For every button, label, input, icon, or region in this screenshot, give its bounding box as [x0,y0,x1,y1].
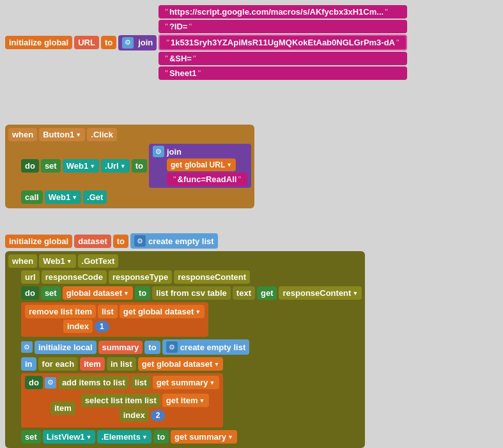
list-label: list [98,305,118,318]
gear-icon: ⚙ [122,37,134,49]
dropdown-arrow4: ▼ [226,162,232,168]
to3-label: to [113,235,128,248]
response-type-param: responseType [109,270,172,284]
do-set-row: do set Web1 ▼ .Url ▼ to ⚙ join [21,144,251,188]
response-content2-dropdown[interactable]: responseContent ▼ [279,286,362,300]
create-empty-list: ⚙ create empty list [130,233,218,249]
listview1-dropdown[interactable]: ListView1 ▼ [43,430,96,444]
item-variable[interactable]: item [80,357,105,371]
for-each-label: for each [38,357,79,371]
section2-when-button: when Button1 ▼ .Click do set Web1 ▼ [5,125,254,208]
response-content-param: responseContent [174,270,250,284]
set2-keyword: set [41,286,61,300]
when2-keyword: when [8,254,37,268]
dropdown-arrow13: ▼ [86,434,92,440]
get-label: get [257,286,277,300]
dropdown-arrow12: ▼ [199,398,205,404]
when-gottext-header: when Web1 ▼ .GotText [8,254,362,268]
remove-label: remove list item [25,305,96,318]
in-list-label: in list [107,357,136,371]
web1b-dropdown[interactable]: Web1 ▼ [45,190,81,204]
get-global-url[interactable]: get global URL ▼ [167,158,236,171]
section3-init-dataset: initialize global dataset to ⚙ create em… [5,233,218,250]
remove-list-item-block: remove list item list get global dataset… [21,302,208,337]
elements-dropdown[interactable]: .Elements ▼ [97,430,151,444]
dropdown-arrow2: ▼ [89,163,95,169]
in-keyword: in [21,357,36,371]
do-add-items-wrapper: do ⚙ add items to list list get summary … [21,373,223,428]
init-global-label2: initialize global [5,235,72,248]
web1-dropdown[interactable]: Web1 ▼ [63,159,99,173]
list2-label: list [131,376,151,389]
dataset-variable[interactable]: dataset [74,235,111,248]
dropdown-arrow11: ▼ [210,380,215,386]
to5-keyword: to [144,341,160,354]
dropdown-arrow: ▼ [75,132,81,138]
url-dropdown[interactable]: .Url ▼ [101,159,130,173]
create-empty2-block: ⚙ create empty list [162,339,250,355]
gottext-outer: when Web1 ▼ .GotText url responseCode re… [5,251,365,448]
summary-variable[interactable]: summary [98,341,143,354]
do-add-items-row: do ⚙ add items to list list get summary … [25,376,219,389]
text-label: text [233,286,255,300]
get-summary-dropdown[interactable]: get summary ▼ [153,376,219,389]
sheet-string: " Sheet1 " [159,66,406,80]
item2-label: item [50,401,75,415]
dropdown-arrow9: ▼ [195,309,201,315]
init-dataset-row: initialize global dataset to ⚙ create em… [5,233,218,249]
call-keyword: call [21,190,43,204]
do3-keyword: do [25,376,43,389]
init-local-label: initialize local [35,341,97,354]
index2-label: index [120,408,149,422]
index-row: index 1 [63,320,205,333]
do2-keyword: do [21,286,39,300]
section1-initialize-global: initialize global URL to ⚙ join " https:… [5,5,407,81]
button1-dropdown[interactable]: Button1 ▼ [39,128,85,141]
dropdown-arrow8: ▼ [352,290,358,297]
dropdown-arrow15: ▼ [228,434,233,440]
set3-keyword: set [21,430,41,444]
index-label: index [63,320,93,333]
dropdown-arrow7: ▼ [123,290,129,297]
create-empty2-label: create empty list [180,343,246,352]
join-label: join [138,38,153,47]
gottext-label: .GotText [78,254,119,268]
web1-gottext-dropdown[interactable]: Web1 ▼ [39,254,75,268]
select-list-item-label: select list item list [81,394,160,407]
id-string: " ?ID= " [159,20,406,33]
get-global-dataset3[interactable]: get global dataset ▼ [138,357,223,371]
create-empty-list-label: create empty list [148,236,214,246]
url-string: " https://script.google.com/macros/s/AKf… [159,5,406,19]
select-list-item-block: select list item list get item ▼ index [77,392,213,424]
sh-string: " &SH= " [159,52,406,65]
get-global-dataset2[interactable]: get global dataset ▼ [120,305,205,318]
add-items-to-list-label: add items to list [58,376,129,389]
list-from-csv-block: list from csv table [152,286,231,300]
to-label: to [101,36,116,49]
to4-keyword: to [135,286,150,300]
do-keyword: do [21,159,39,173]
gear-icon3: ⚙ [134,235,146,247]
when-keyword: when [8,128,37,141]
when-button-header: when Button1 ▼ .Click [8,128,251,141]
init-local-row: ⚙ initialize local summary to ⚙ create e… [21,339,362,355]
index-value-1: 1 [95,321,109,332]
initialize-global-label: initialize global [5,36,72,49]
dropdown-arrow5: ▼ [72,194,77,201]
url-variable[interactable]: URL [74,36,99,49]
click-label: .Click [87,128,117,141]
index-value-2: 2 [151,410,166,421]
url-param: url [21,270,40,284]
for-each-row: in for each item in list get global data… [21,357,362,371]
join-block: ⚙ join [118,35,157,50]
dropdown-arrow10: ▼ [213,361,219,367]
response-params-row: url responseCode responseType responseCo… [21,270,362,284]
get-summary2-dropdown[interactable]: get summary ▼ [171,430,237,444]
select-list-item-row: item select list item list get item ▼ [50,392,219,424]
dropdown-arrow6: ▼ [66,258,72,265]
get-item-dropdown[interactable]: get item ▼ [162,394,209,407]
gear-icon4: ⚙ [21,341,33,353]
global-dataset-dropdown[interactable]: global dataset ▼ [63,286,133,300]
gear-icon6: ⚙ [45,377,56,389]
call-row: call Web1 ▼ .Get [21,190,251,204]
